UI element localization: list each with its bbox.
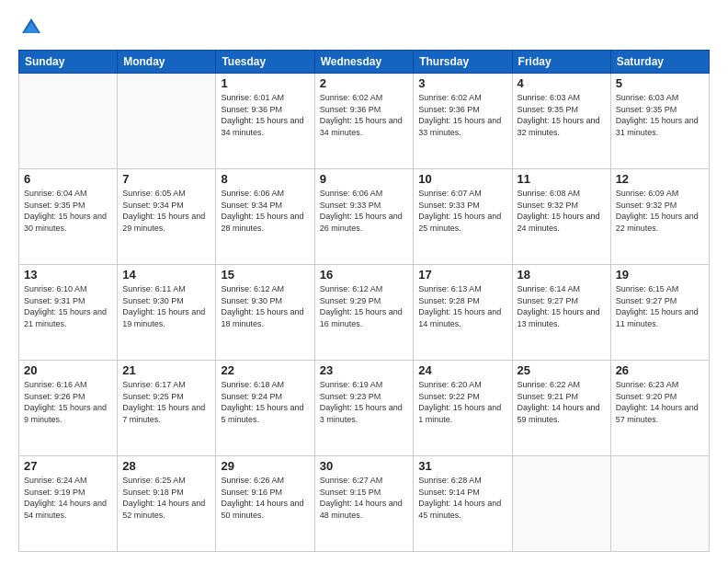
day-info: Sunrise: 6:08 AMSunset: 9:32 PMDaylight:… — [518, 188, 606, 234]
day-info: Sunrise: 6:02 AMSunset: 9:36 PMDaylight:… — [320, 92, 409, 138]
day-number: 15 — [221, 268, 309, 282]
calendar-cell: 27Sunrise: 6:24 AMSunset: 9:19 PMDayligh… — [19, 456, 118, 552]
day-info: Sunrise: 6:25 AMSunset: 9:18 PMDaylight:… — [122, 475, 210, 521]
day-header: Sunday — [19, 51, 118, 74]
calendar-table: SundayMondayTuesdayWednesdayThursdayFrid… — [18, 50, 710, 552]
day-header: Saturday — [610, 51, 709, 74]
day-number: 28 — [122, 459, 210, 473]
day-header: Tuesday — [216, 51, 314, 74]
day-number: 12 — [616, 172, 704, 186]
day-number: 26 — [616, 363, 704, 377]
day-number: 21 — [122, 363, 210, 377]
calendar-cell: 21Sunrise: 6:17 AMSunset: 9:25 PMDayligh… — [118, 361, 216, 456]
day-number: 11 — [518, 172, 606, 186]
day-number: 2 — [320, 76, 409, 90]
day-number: 24 — [418, 363, 506, 377]
day-number: 5 — [616, 76, 704, 90]
header-row: SundayMondayTuesdayWednesdayThursdayFrid… — [19, 51, 710, 74]
day-number: 6 — [24, 172, 112, 186]
calendar-cell — [512, 456, 610, 552]
calendar-cell: 13Sunrise: 6:10 AMSunset: 9:31 PMDayligh… — [19, 265, 118, 361]
day-number: 20 — [24, 363, 112, 377]
calendar-cell: 22Sunrise: 6:18 AMSunset: 9:24 PMDayligh… — [216, 361, 314, 456]
day-header: Monday — [118, 51, 216, 74]
day-number: 3 — [418, 76, 506, 90]
calendar-cell — [610, 456, 709, 552]
calendar-cell: 10Sunrise: 6:07 AMSunset: 9:33 PMDayligh… — [414, 169, 512, 265]
logo-icon — [18, 15, 44, 40]
day-number: 9 — [320, 172, 409, 186]
day-info: Sunrise: 6:10 AMSunset: 9:31 PMDaylight:… — [24, 283, 112, 329]
day-info: Sunrise: 6:13 AMSunset: 9:28 PMDaylight:… — [418, 283, 506, 329]
calendar-week-row: 20Sunrise: 6:16 AMSunset: 9:26 PMDayligh… — [19, 361, 710, 456]
day-info: Sunrise: 6:26 AMSunset: 9:16 PMDaylight:… — [221, 475, 309, 521]
day-info: Sunrise: 6:16 AMSunset: 9:26 PMDaylight:… — [24, 379, 112, 425]
day-info: Sunrise: 6:07 AMSunset: 9:33 PMDaylight:… — [418, 188, 506, 234]
calendar-week-row: 1Sunrise: 6:01 AMSunset: 9:36 PMDaylight… — [19, 74, 710, 169]
calendar-cell: 29Sunrise: 6:26 AMSunset: 9:16 PMDayligh… — [216, 456, 314, 552]
calendar-cell: 20Sunrise: 6:16 AMSunset: 9:26 PMDayligh… — [19, 361, 118, 456]
day-number: 30 — [320, 459, 409, 473]
calendar-week-row: 13Sunrise: 6:10 AMSunset: 9:31 PMDayligh… — [19, 265, 710, 361]
day-info: Sunrise: 6:28 AMSunset: 9:14 PMDaylight:… — [418, 475, 506, 521]
day-info: Sunrise: 6:14 AMSunset: 9:27 PMDaylight:… — [518, 283, 606, 329]
calendar-week-row: 6Sunrise: 6:04 AMSunset: 9:35 PMDaylight… — [19, 169, 710, 265]
day-number: 4 — [518, 76, 606, 90]
calendar-cell: 9Sunrise: 6:06 AMSunset: 9:33 PMDaylight… — [314, 169, 414, 265]
calendar-cell: 25Sunrise: 6:22 AMSunset: 9:21 PMDayligh… — [512, 361, 610, 456]
calendar-cell: 1Sunrise: 6:01 AMSunset: 9:36 PMDaylight… — [216, 74, 314, 169]
day-info: Sunrise: 6:15 AMSunset: 9:27 PMDaylight:… — [616, 283, 704, 329]
calendar-cell: 2Sunrise: 6:02 AMSunset: 9:36 PMDaylight… — [314, 74, 414, 169]
day-number: 25 — [518, 363, 606, 377]
day-info: Sunrise: 6:23 AMSunset: 9:20 PMDaylight:… — [616, 379, 704, 425]
day-number: 19 — [616, 268, 704, 282]
day-number: 29 — [221, 459, 309, 473]
day-info: Sunrise: 6:11 AMSunset: 9:30 PMDaylight:… — [122, 283, 210, 329]
day-info: Sunrise: 6:24 AMSunset: 9:19 PMDaylight:… — [24, 475, 112, 521]
day-info: Sunrise: 6:09 AMSunset: 9:32 PMDaylight:… — [616, 188, 704, 234]
calendar-cell: 6Sunrise: 6:04 AMSunset: 9:35 PMDaylight… — [19, 169, 118, 265]
day-header: Friday — [512, 51, 610, 74]
day-number: 18 — [518, 268, 606, 282]
day-number: 10 — [418, 172, 506, 186]
day-info: Sunrise: 6:18 AMSunset: 9:24 PMDaylight:… — [221, 379, 309, 425]
day-info: Sunrise: 6:12 AMSunset: 9:30 PMDaylight:… — [221, 283, 309, 329]
calendar-cell: 14Sunrise: 6:11 AMSunset: 9:30 PMDayligh… — [118, 265, 216, 361]
day-number: 23 — [320, 363, 409, 377]
calendar-cell: 24Sunrise: 6:20 AMSunset: 9:22 PMDayligh… — [414, 361, 512, 456]
day-number: 27 — [24, 459, 112, 473]
day-info: Sunrise: 6:06 AMSunset: 9:34 PMDaylight:… — [221, 188, 309, 234]
calendar-cell — [19, 74, 118, 169]
calendar-cell: 31Sunrise: 6:28 AMSunset: 9:14 PMDayligh… — [414, 456, 512, 552]
day-info: Sunrise: 6:17 AMSunset: 9:25 PMDaylight:… — [122, 379, 210, 425]
calendar-cell — [118, 74, 216, 169]
calendar-cell: 4Sunrise: 6:03 AMSunset: 9:35 PMDaylight… — [512, 74, 610, 169]
calendar-cell: 28Sunrise: 6:25 AMSunset: 9:18 PMDayligh… — [118, 456, 216, 552]
calendar-cell: 16Sunrise: 6:12 AMSunset: 9:29 PMDayligh… — [314, 265, 414, 361]
header — [18, 15, 710, 40]
calendar-cell: 7Sunrise: 6:05 AMSunset: 9:34 PMDaylight… — [118, 169, 216, 265]
day-header: Thursday — [414, 51, 512, 74]
day-number: 8 — [221, 172, 309, 186]
calendar-cell: 23Sunrise: 6:19 AMSunset: 9:23 PMDayligh… — [314, 361, 414, 456]
day-number: 16 — [320, 268, 409, 282]
calendar-cell: 17Sunrise: 6:13 AMSunset: 9:28 PMDayligh… — [414, 265, 512, 361]
day-number: 14 — [122, 268, 210, 282]
day-info: Sunrise: 6:03 AMSunset: 9:35 PMDaylight:… — [518, 92, 606, 138]
calendar-cell: 5Sunrise: 6:03 AMSunset: 9:35 PMDaylight… — [610, 74, 709, 169]
day-info: Sunrise: 6:22 AMSunset: 9:21 PMDaylight:… — [518, 379, 606, 425]
day-number: 7 — [122, 172, 210, 186]
day-number: 17 — [418, 268, 506, 282]
day-info: Sunrise: 6:04 AMSunset: 9:35 PMDaylight:… — [24, 188, 112, 234]
calendar-cell: 11Sunrise: 6:08 AMSunset: 9:32 PMDayligh… — [512, 169, 610, 265]
day-number: 22 — [221, 363, 309, 377]
day-info: Sunrise: 6:27 AMSunset: 9:15 PMDaylight:… — [320, 475, 409, 521]
calendar-cell: 12Sunrise: 6:09 AMSunset: 9:32 PMDayligh… — [610, 169, 709, 265]
calendar-cell: 18Sunrise: 6:14 AMSunset: 9:27 PMDayligh… — [512, 265, 610, 361]
calendar-cell: 3Sunrise: 6:02 AMSunset: 9:36 PMDaylight… — [414, 74, 512, 169]
day-number: 13 — [24, 268, 112, 282]
calendar-cell: 30Sunrise: 6:27 AMSunset: 9:15 PMDayligh… — [314, 456, 414, 552]
logo — [18, 15, 46, 40]
day-info: Sunrise: 6:03 AMSunset: 9:35 PMDaylight:… — [616, 92, 704, 138]
day-header: Wednesday — [314, 51, 414, 74]
